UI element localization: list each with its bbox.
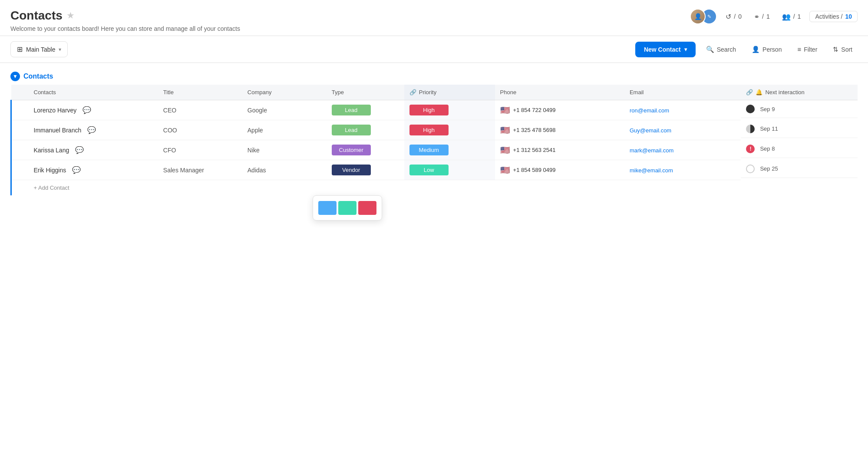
priority-cell: High	[404, 100, 495, 120]
filter-color-blue[interactable]	[318, 201, 337, 204]
person-stat[interactable]: 👥 / 1	[779, 11, 805, 23]
email-link[interactable]: Guy@email.com	[630, 127, 671, 134]
search-label: Search	[717, 46, 736, 53]
person-filter-button[interactable]: 👤 Person	[746, 42, 787, 57]
type-cell: Vendor	[327, 160, 404, 180]
group-stat[interactable]: ⚭ / 1	[750, 11, 773, 23]
email-cell: mark@email.com	[624, 140, 741, 160]
add-row-border	[11, 180, 29, 196]
refresh-count: 0	[738, 13, 742, 20]
person-icon: 👥	[782, 13, 791, 21]
flag-icon: 🇺🇸	[500, 125, 510, 135]
priority-filter-popup	[313, 195, 382, 204]
bell-icon: 🔔	[756, 89, 762, 96]
priority-badge[interactable]: High	[409, 105, 449, 115]
table-icon: ⊞	[17, 45, 23, 53]
main-table-button[interactable]: ⊞ Main Table ▾	[10, 41, 68, 57]
type-badge[interactable]: Vendor	[332, 165, 371, 175]
priority-cell: High	[404, 120, 495, 140]
favorite-star-icon[interactable]: ★	[67, 11, 74, 20]
email-col-header: Email	[624, 85, 741, 100]
person-separator: /	[793, 13, 795, 20]
search-button[interactable]: 🔍 Search	[701, 42, 741, 57]
search-icon: 🔍	[706, 46, 714, 53]
name-cell-inner: Karissa Lang 💬	[34, 146, 153, 154]
type-cell: Lead	[327, 120, 404, 140]
next-interaction-cell: Sep 11	[741, 120, 858, 138]
contact-name: Erik Higgins	[34, 167, 66, 174]
priority-badge[interactable]: Medium	[409, 145, 449, 155]
filter-color-teal[interactable]	[338, 201, 356, 204]
phone-number: +1 854 589 0499	[513, 167, 556, 173]
header-right: 👤 ✎ ↺ / 0 ⚭ / 1 👥 / 1 Activities / 10	[690, 9, 858, 24]
next-interaction-col-header: 🔗 🔔 Next interaction	[741, 85, 858, 100]
next-interaction-cell: ! Sep 8	[741, 140, 858, 158]
flag-icon: 🇺🇸	[500, 145, 510, 155]
comment-icon[interactable]: 💬	[72, 166, 81, 174]
filter-icon: ≡	[797, 46, 801, 53]
interaction-date: Sep 25	[760, 165, 778, 172]
email-link[interactable]: mark@email.com	[630, 147, 673, 154]
sort-label: Sort	[841, 46, 852, 53]
refresh-icon: ↺	[726, 13, 731, 21]
page-title-container: Contacts ★	[10, 9, 240, 23]
next-interaction-cell: Sep 9	[741, 100, 858, 118]
group-toggle[interactable]: ▼	[10, 72, 20, 81]
type-cell: Lead	[327, 100, 404, 120]
type-badge[interactable]: Customer	[332, 145, 371, 155]
toolbar: ⊞ Main Table ▾ New Contact ▾ 🔍 Search 👤 …	[0, 36, 868, 63]
interaction-date: Sep 11	[760, 125, 778, 132]
comment-icon[interactable]: 💬	[75, 146, 84, 154]
chevron-down-icon: ▾	[59, 46, 61, 53]
activities-label: Activities /	[815, 13, 842, 20]
sort-button[interactable]: ⇅ Sort	[828, 42, 858, 57]
filter-button[interactable]: ≡ Filter	[792, 42, 822, 56]
table-row: Erik Higgins 💬 Sales Manager Adidas Vend…	[11, 160, 858, 180]
filter-label: Filter	[804, 46, 817, 53]
table-row: Lorenzo Harvey 💬 CEO Google Lead High 🇺🇸…	[11, 100, 858, 120]
new-contact-button[interactable]: New Contact ▾	[635, 42, 696, 57]
contact-name-cell: Karissa Lang 💬	[29, 140, 158, 160]
email-link[interactable]: ron@email.com	[630, 107, 669, 114]
phone-number: +1 312 563 2541	[513, 147, 556, 153]
email-link[interactable]: mike@email.com	[630, 167, 673, 174]
activities-button[interactable]: Activities / 10	[809, 11, 858, 22]
table-header: Contacts Title Company Type 🔗 Priority	[11, 85, 858, 100]
avatar-icon: ✎	[707, 14, 711, 20]
type-badge[interactable]: Lead	[332, 105, 371, 115]
priority-badge[interactable]: High	[409, 125, 449, 135]
main-table-label: Main Table	[26, 46, 55, 53]
refresh-stat[interactable]: ↺ / 0	[722, 11, 745, 23]
person-count: 1	[798, 13, 801, 20]
new-contact-label: New Contact	[644, 46, 681, 53]
page-title: Contacts	[10, 9, 63, 23]
phone-inner: 🇺🇸 +1 854 589 0499	[500, 165, 619, 175]
type-cell: Customer	[327, 140, 404, 160]
company-cell: Nike	[242, 140, 327, 160]
title-cell: CFO	[158, 140, 242, 160]
group-count: 1	[766, 13, 770, 20]
avatar-group: 👤 ✎	[690, 9, 717, 24]
refresh-separator: /	[734, 13, 736, 20]
flag-icon: 🇺🇸	[500, 105, 510, 115]
contacts-table: Contacts Title Company Type 🔗 Priority	[10, 85, 858, 195]
company-cell: Google	[242, 100, 327, 120]
priority-header-inner: 🔗 Priority	[409, 89, 490, 96]
next-interaction-header-inner: 🔗 🔔 Next interaction	[746, 89, 852, 96]
name-cell-inner: Immanuel Branch 💬	[34, 126, 153, 134]
page-subtitle: Welcome to your contacts board! Here you…	[10, 25, 240, 32]
flag-icon: 🇺🇸	[500, 165, 510, 175]
contact-name-cell: Lorenzo Harvey 💬	[29, 100, 158, 120]
type-badge[interactable]: Lead	[332, 125, 371, 135]
filter-color-red[interactable]	[358, 201, 376, 204]
priority-badge[interactable]: Low	[409, 165, 449, 175]
person-filter-icon: 👤	[752, 46, 760, 53]
comment-icon[interactable]: 💬	[83, 106, 91, 114]
comment-icon[interactable]: 💬	[87, 126, 96, 134]
link-icon: 🔗	[409, 89, 416, 96]
group-header: ▼ Contacts	[10, 72, 858, 81]
contacts-col-header: Contacts	[29, 85, 158, 100]
add-contact-row[interactable]: + Add Contact	[11, 180, 858, 196]
activities-count: 10	[845, 13, 852, 20]
add-contact-label[interactable]: + Add Contact	[29, 180, 858, 196]
